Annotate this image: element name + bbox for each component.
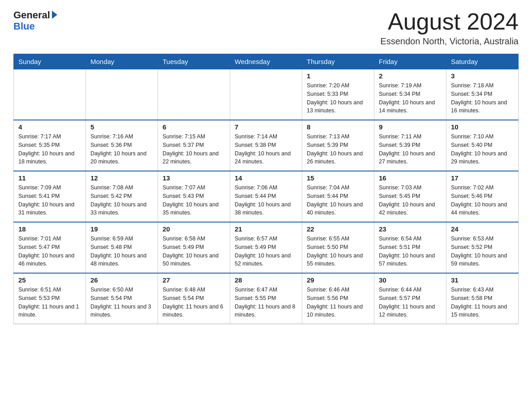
day-info: Sunrise: 7:17 AM Sunset: 5:35 PM Dayligh… [18,133,81,166]
day-info: Sunrise: 7:04 AM Sunset: 5:44 PM Dayligh… [307,184,369,217]
day-info: Sunrise: 6:44 AM Sunset: 5:57 PM Dayligh… [379,286,442,319]
logo-triangle-icon [51,10,58,21]
day-number: 27 [163,276,225,284]
logo-general-text: General [13,9,50,21]
day-info: Sunrise: 7:13 AM Sunset: 5:39 PM Dayligh… [307,133,369,166]
day-info: Sunrise: 7:11 AM Sunset: 5:39 PM Dayligh… [379,133,442,166]
table-row [230,69,302,120]
day-number: 10 [451,123,514,131]
table-row: 26Sunrise: 6:50 AM Sunset: 5:54 PM Dayli… [86,273,158,324]
day-number: 6 [163,123,225,131]
day-number: 31 [451,276,514,284]
table-row: 4Sunrise: 7:17 AM Sunset: 5:35 PM Daylig… [14,120,86,171]
col-header-sunday: Sunday [14,54,86,69]
day-info: Sunrise: 6:54 AM Sunset: 5:51 PM Dayligh… [379,235,442,268]
table-row [14,69,86,120]
page-header: General Blue August 2024 Essendon North,… [13,9,519,47]
day-info: Sunrise: 6:46 AM Sunset: 5:56 PM Dayligh… [307,286,369,319]
table-row: 14Sunrise: 7:06 AM Sunset: 5:44 PM Dayli… [230,171,302,222]
calendar-week-5: 25Sunrise: 6:51 AM Sunset: 5:53 PM Dayli… [14,273,519,324]
table-row: 27Sunrise: 6:48 AM Sunset: 5:54 PM Dayli… [158,273,230,324]
table-row: 21Sunrise: 6:57 AM Sunset: 5:49 PM Dayli… [230,222,302,273]
col-header-wednesday: Wednesday [230,54,302,69]
day-info: Sunrise: 6:59 AM Sunset: 5:48 PM Dayligh… [90,235,153,268]
col-header-thursday: Thursday [302,54,374,69]
day-number: 7 [235,123,297,131]
day-number: 8 [307,123,369,131]
day-info: Sunrise: 7:01 AM Sunset: 5:47 PM Dayligh… [18,235,81,268]
col-header-saturday: Saturday [446,54,519,69]
day-number: 9 [379,123,442,131]
table-row: 25Sunrise: 6:51 AM Sunset: 5:53 PM Dayli… [14,273,86,324]
table-row: 29Sunrise: 6:46 AM Sunset: 5:56 PM Dayli… [302,273,374,324]
day-info: Sunrise: 7:03 AM Sunset: 5:45 PM Dayligh… [379,184,442,217]
day-number: 17 [451,174,514,182]
calendar-week-4: 18Sunrise: 7:01 AM Sunset: 5:47 PM Dayli… [14,222,519,273]
day-info: Sunrise: 7:09 AM Sunset: 5:41 PM Dayligh… [18,184,81,217]
table-row: 1Sunrise: 7:20 AM Sunset: 5:33 PM Daylig… [302,69,374,120]
logo: General Blue [13,9,58,32]
day-info: Sunrise: 7:10 AM Sunset: 5:40 PM Dayligh… [451,133,514,166]
day-number: 1 [307,72,369,80]
day-info: Sunrise: 7:19 AM Sunset: 5:34 PM Dayligh… [379,81,442,115]
table-row: 10Sunrise: 7:10 AM Sunset: 5:40 PM Dayli… [446,120,519,171]
table-row: 13Sunrise: 7:07 AM Sunset: 5:43 PM Dayli… [158,171,230,222]
day-info: Sunrise: 6:50 AM Sunset: 5:54 PM Dayligh… [90,286,153,319]
day-info: Sunrise: 7:02 AM Sunset: 5:46 PM Dayligh… [451,184,514,217]
day-number: 20 [163,225,225,233]
day-number: 12 [90,174,153,182]
day-number: 4 [18,123,81,131]
table-row: 5Sunrise: 7:16 AM Sunset: 5:36 PM Daylig… [86,120,158,171]
calendar-header-row: Sunday Monday Tuesday Wednesday Thursday… [14,54,519,69]
day-info: Sunrise: 7:14 AM Sunset: 5:38 PM Dayligh… [235,133,297,166]
day-info: Sunrise: 6:53 AM Sunset: 5:52 PM Dayligh… [451,235,514,268]
table-row: 7Sunrise: 7:14 AM Sunset: 5:38 PM Daylig… [230,120,302,171]
table-row: 12Sunrise: 7:08 AM Sunset: 5:42 PM Dayli… [86,171,158,222]
table-row: 2Sunrise: 7:19 AM Sunset: 5:34 PM Daylig… [374,69,446,120]
title-area: August 2024 Essendon North, Victoria, Au… [380,9,519,47]
table-row: 3Sunrise: 7:18 AM Sunset: 5:34 PM Daylig… [446,69,519,120]
table-row: 6Sunrise: 7:15 AM Sunset: 5:37 PM Daylig… [158,120,230,171]
day-number: 26 [90,276,153,284]
table-row [158,69,230,120]
month-title: August 2024 [380,9,519,34]
day-number: 11 [18,174,81,182]
day-info: Sunrise: 7:08 AM Sunset: 5:42 PM Dayligh… [90,184,153,217]
day-number: 13 [163,174,225,182]
day-number: 3 [451,72,514,80]
table-row: 8Sunrise: 7:13 AM Sunset: 5:39 PM Daylig… [302,120,374,171]
calendar-week-1: 1Sunrise: 7:20 AM Sunset: 5:33 PM Daylig… [14,69,519,120]
day-number: 28 [235,276,297,284]
day-number: 19 [90,225,153,233]
day-number: 30 [379,276,442,284]
day-number: 14 [235,174,297,182]
col-header-monday: Monday [86,54,158,69]
location-title: Essendon North, Victoria, Australia [380,36,519,47]
table-row: 18Sunrise: 7:01 AM Sunset: 5:47 PM Dayli… [14,222,86,273]
day-number: 15 [307,174,369,182]
day-info: Sunrise: 6:43 AM Sunset: 5:58 PM Dayligh… [451,286,514,319]
day-number: 22 [307,225,369,233]
day-number: 2 [379,72,442,80]
day-info: Sunrise: 6:47 AM Sunset: 5:55 PM Dayligh… [235,286,297,319]
table-row: 11Sunrise: 7:09 AM Sunset: 5:41 PM Dayli… [14,171,86,222]
day-info: Sunrise: 7:07 AM Sunset: 5:43 PM Dayligh… [163,184,225,217]
day-number: 21 [235,225,297,233]
day-info: Sunrise: 7:16 AM Sunset: 5:36 PM Dayligh… [90,133,153,166]
table-row: 30Sunrise: 6:44 AM Sunset: 5:57 PM Dayli… [374,273,446,324]
table-row: 24Sunrise: 6:53 AM Sunset: 5:52 PM Dayli… [446,222,519,273]
day-info: Sunrise: 6:51 AM Sunset: 5:53 PM Dayligh… [18,286,81,319]
day-number: 25 [18,276,81,284]
svg-marker-0 [52,11,57,19]
day-number: 29 [307,276,369,284]
day-info: Sunrise: 6:58 AM Sunset: 5:49 PM Dayligh… [163,235,225,268]
day-info: Sunrise: 7:06 AM Sunset: 5:44 PM Dayligh… [235,184,297,217]
logo-blue-text: Blue [13,21,35,32]
calendar-week-3: 11Sunrise: 7:09 AM Sunset: 5:41 PM Dayli… [14,171,519,222]
table-row: 16Sunrise: 7:03 AM Sunset: 5:45 PM Dayli… [374,171,446,222]
table-row: 17Sunrise: 7:02 AM Sunset: 5:46 PM Dayli… [446,171,519,222]
table-row: 28Sunrise: 6:47 AM Sunset: 5:55 PM Dayli… [230,273,302,324]
col-header-friday: Friday [374,54,446,69]
table-row: 31Sunrise: 6:43 AM Sunset: 5:58 PM Dayli… [446,273,519,324]
table-row: 19Sunrise: 6:59 AM Sunset: 5:48 PM Dayli… [86,222,158,273]
